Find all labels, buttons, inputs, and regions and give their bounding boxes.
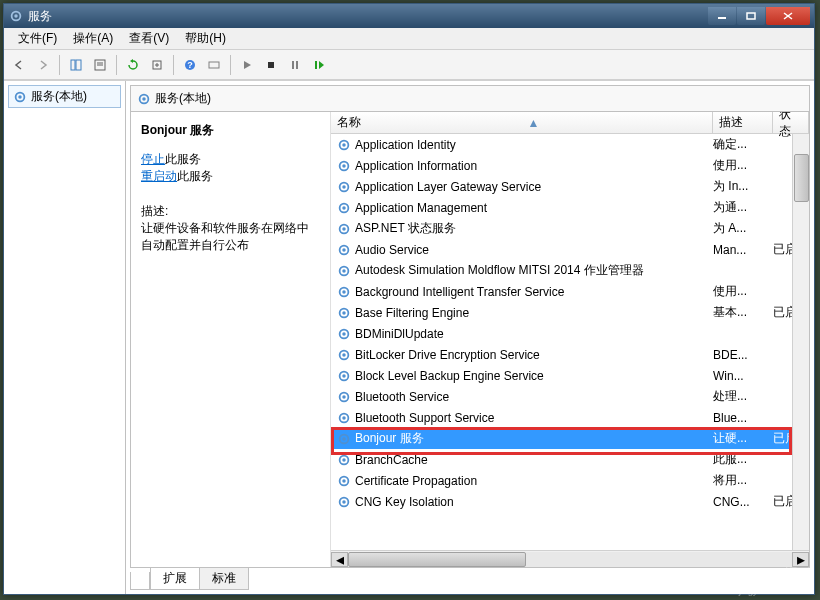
window-title: 服务 [28, 8, 707, 25]
service-desc: 为 In... [713, 178, 773, 195]
service-row[interactable]: Application Information使用... [331, 155, 809, 176]
panel-header-title: 服务(本地) [155, 90, 211, 107]
svg-point-56 [342, 479, 346, 483]
forward-button[interactable] [32, 54, 54, 76]
svg-point-22 [142, 97, 146, 101]
services-window: 服务 文件(F) 操作(A) 查看(V) 帮助(H) ? [3, 3, 815, 595]
tab-standard[interactable]: 标准 [199, 568, 249, 590]
vscroll-thumb[interactable] [794, 154, 809, 202]
service-name: BitLocker Drive Encryption Service [355, 348, 713, 362]
svg-point-1 [14, 14, 18, 18]
menu-view[interactable]: 查看(V) [121, 28, 177, 49]
horizontal-scrollbar[interactable]: ◂ ▸ [331, 550, 809, 567]
toolbar-separator [173, 55, 174, 75]
show-hide-tree-button[interactable] [65, 54, 87, 76]
list-body[interactable]: Application Identity确定...Application Inf… [331, 134, 809, 550]
service-row[interactable]: CNG Key IsolationCNG...已启 [331, 491, 809, 512]
restart-suffix: 此服务 [177, 169, 213, 183]
service-desc: 此服... [713, 451, 773, 468]
service-name: Base Filtering Engine [355, 306, 713, 320]
panel-header: 服务(本地) [130, 85, 810, 111]
stop-button[interactable] [260, 54, 282, 76]
service-row[interactable]: Bluetooth Support ServiceBlue... [331, 407, 809, 428]
back-button[interactable] [8, 54, 30, 76]
detail-desc-label: 描述: [141, 203, 320, 220]
service-row[interactable]: Application Layer Gateway Service为 In... [331, 176, 809, 197]
service-row[interactable]: Audio ServiceMan...已启 [331, 239, 809, 260]
column-desc-label: 描述 [719, 114, 743, 131]
service-row[interactable]: Base Filtering Engine基本...已启 [331, 302, 809, 323]
hscroll-right[interactable]: ▸ [792, 552, 809, 567]
service-row[interactable]: Background Intelligent Transfer Service使… [331, 281, 809, 302]
service-desc: Win... [713, 369, 773, 383]
svg-point-40 [342, 311, 346, 315]
service-name: Certificate Propagation [355, 474, 713, 488]
tab-spacer [130, 572, 150, 590]
service-row[interactable]: Autodesk Simulation Moldflow MITSI 2014 … [331, 260, 809, 281]
vertical-scrollbar[interactable] [792, 134, 809, 550]
properties-button[interactable] [89, 54, 111, 76]
pause-button[interactable] [284, 54, 306, 76]
service-desc: 为 A... [713, 220, 773, 237]
service-row[interactable]: Bonjour 服务让硬...已启 [331, 428, 809, 449]
titlebar[interactable]: 服务 [4, 4, 814, 28]
svg-point-42 [342, 332, 346, 336]
hscroll-track[interactable] [348, 552, 792, 567]
menu-file[interactable]: 文件(F) [10, 28, 65, 49]
service-row[interactable]: Application Management为通... [331, 197, 809, 218]
services-list: 名称 ▲ 描述 状态 Application Identity确定...Appl… [331, 112, 809, 567]
service-row[interactable]: BranchCache此服... [331, 449, 809, 470]
service-desc: 将用... [713, 472, 773, 489]
service-desc: 处理... [713, 388, 773, 405]
service-row[interactable]: BDMiniDlUpdate [331, 323, 809, 344]
svg-point-52 [342, 437, 346, 441]
toolbar-button[interactable] [203, 54, 225, 76]
svg-point-28 [342, 185, 346, 189]
service-row[interactable]: Bluetooth Service处理... [331, 386, 809, 407]
svg-point-48 [342, 395, 346, 399]
service-row[interactable]: ASP.NET 状态服务为 A... [331, 218, 809, 239]
service-row[interactable]: Certificate Propagation将用... [331, 470, 809, 491]
tree-root-item[interactable]: 服务(本地) [8, 85, 121, 108]
column-status[interactable]: 状态 [773, 112, 809, 133]
service-name: Application Identity [355, 138, 713, 152]
maximize-button[interactable] [737, 7, 765, 25]
detail-restart-line: 重启动此服务 [141, 168, 320, 185]
svg-rect-7 [76, 60, 81, 70]
service-desc: 使用... [713, 283, 773, 300]
service-row[interactable]: Block Level Backup Engine ServiceWin... [331, 365, 809, 386]
help-button[interactable]: ? [179, 54, 201, 76]
hscroll-left[interactable]: ◂ [331, 552, 348, 567]
menu-help[interactable]: 帮助(H) [177, 28, 234, 49]
service-desc: 使用... [713, 157, 773, 174]
service-name: Block Level Backup Engine Service [355, 369, 713, 383]
column-desc[interactable]: 描述 [713, 112, 773, 133]
service-name: BranchCache [355, 453, 713, 467]
service-desc: 为通... [713, 199, 773, 216]
column-name[interactable]: 名称 ▲ [331, 112, 713, 133]
start-button[interactable] [236, 54, 258, 76]
export-button[interactable] [146, 54, 168, 76]
menubar: 文件(F) 操作(A) 查看(V) 帮助(H) [4, 28, 814, 50]
detail-desc-text: 让硬件设备和软件服务在网络中自动配置并自行公布 [141, 220, 320, 254]
menu-action[interactable]: 操作(A) [65, 28, 121, 49]
tab-extended[interactable]: 扩展 [150, 568, 200, 590]
detail-service-name: Bonjour 服务 [141, 122, 320, 139]
service-name: Bluetooth Service [355, 390, 713, 404]
svg-point-44 [342, 353, 346, 357]
minimize-button[interactable] [708, 7, 736, 25]
service-name: Autodesk Simulation Moldflow MITSI 2014 … [355, 262, 713, 279]
restart-link[interactable]: 重启动 [141, 169, 177, 183]
service-row[interactable]: BitLocker Drive Encryption ServiceBDE... [331, 344, 809, 365]
svg-point-46 [342, 374, 346, 378]
detail-pane: Bonjour 服务 停止此服务 重启动此服务 描述: 让硬件设备和软件服务在网… [131, 112, 331, 567]
close-button[interactable] [766, 7, 810, 25]
service-name: Audio Service [355, 243, 713, 257]
svg-rect-18 [315, 61, 317, 69]
restart-button[interactable] [308, 54, 330, 76]
stop-link[interactable]: 停止 [141, 152, 165, 166]
service-row[interactable]: Application Identity确定... [331, 134, 809, 155]
refresh-button[interactable] [122, 54, 144, 76]
hscroll-thumb[interactable] [348, 552, 526, 567]
service-desc: 基本... [713, 304, 773, 321]
